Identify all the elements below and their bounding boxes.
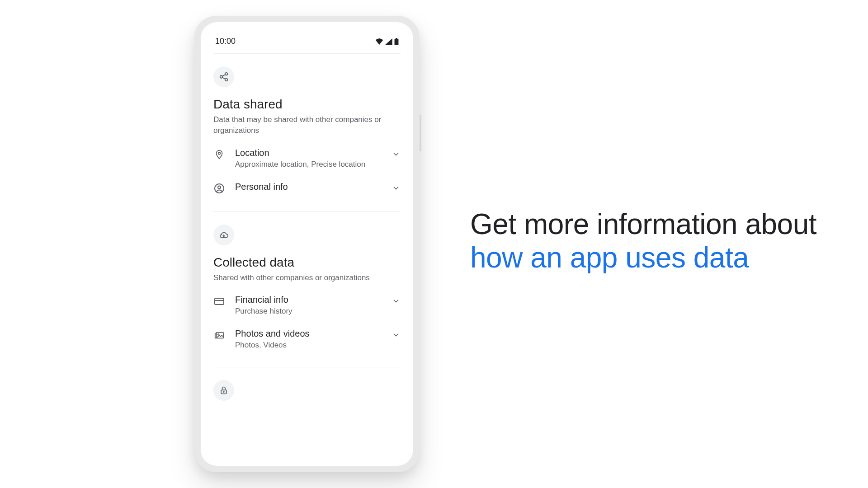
personal-info-row[interactable]: Personal info (213, 174, 401, 199)
headline-line1: Get more information about (470, 208, 816, 241)
svg-point-9 (218, 186, 221, 188)
headline: Get more information about how an app us… (470, 208, 816, 274)
item-subtitle: Approximate location, Precise location (235, 160, 382, 169)
section-title: Data shared (213, 97, 401, 112)
svg-point-2 (225, 73, 228, 75)
chevron-down-icon (392, 296, 401, 305)
item-title: Personal info (235, 182, 382, 192)
phone-mockup: 10:00 (194, 16, 420, 472)
svg-rect-1 (396, 38, 397, 39)
share-icon (213, 66, 234, 87)
section-subtitle: Shared with other companies or organizat… (213, 272, 401, 283)
location-row[interactable]: Location Approximate location, Precise l… (213, 140, 401, 174)
photos-videos-row[interactable]: Photos and videos Photos, Videos (213, 320, 401, 354)
item-subtitle: Purchase history (235, 307, 382, 316)
signal-icon (385, 38, 392, 45)
chevron-down-icon (392, 150, 401, 159)
phone-screen: 10:00 (201, 22, 413, 466)
battery-icon (394, 38, 399, 45)
collected-data-section: Collected data Shared with other compani… (213, 211, 401, 355)
svg-rect-11 (215, 298, 224, 305)
headline-line2: how an app uses data (470, 241, 816, 275)
person-icon (213, 183, 225, 194)
svg-point-3 (220, 75, 223, 78)
phone-power-button (420, 115, 421, 151)
security-section (213, 367, 401, 401)
lock-icon (213, 380, 234, 401)
status-bar: 10:00 (213, 33, 401, 54)
item-content: Personal info (235, 182, 382, 194)
item-title: Photos and videos (235, 328, 382, 339)
section-subtitle: Data that may be shared with other compa… (213, 114, 401, 136)
financial-info-row[interactable]: Financial info Purchase history (213, 286, 401, 320)
svg-line-6 (222, 77, 225, 79)
svg-point-16 (223, 392, 224, 393)
phone-frame: 10:00 (194, 16, 420, 472)
wifi-icon (375, 38, 383, 45)
item-content: Location Approximate location, Precise l… (235, 148, 382, 169)
svg-point-7 (218, 152, 221, 155)
section-title: Collected data (213, 255, 401, 270)
item-title: Location (235, 148, 382, 158)
svg-line-5 (222, 75, 225, 76)
svg-point-14 (218, 334, 219, 335)
item-content: Photos and videos Photos, Videos (235, 328, 382, 350)
status-time: 10:00 (215, 37, 236, 46)
location-icon (213, 149, 225, 160)
chevron-down-icon (392, 183, 401, 192)
item-content: Financial info Purchase history (235, 295, 382, 316)
media-icon (213, 329, 225, 341)
svg-point-4 (225, 79, 228, 81)
data-shared-section: Data shared Data that may be shared with… (213, 54, 401, 199)
item-title: Financial info (235, 295, 382, 305)
credit-card-icon (213, 296, 225, 307)
item-subtitle: Photos, Videos (235, 341, 382, 350)
cloud-download-icon (213, 225, 234, 245)
chevron-down-icon (392, 330, 401, 339)
status-icons (375, 38, 399, 45)
svg-rect-0 (395, 38, 399, 45)
